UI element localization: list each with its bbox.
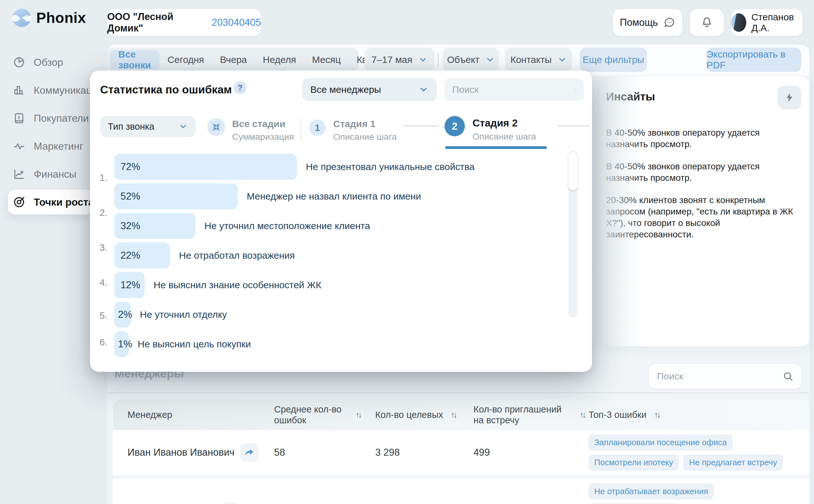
error-tag[interactable]: Не предлагает встречу [683, 454, 783, 471]
bar-value: 22% [120, 242, 140, 269]
error-tag[interactable]: Посмотрели ипотеку [589, 454, 679, 471]
bar[interactable]: 12% [114, 272, 145, 298]
bar-value: 32% [120, 213, 140, 239]
more-filters-label: Еще фильтры [583, 54, 644, 65]
bar[interactable]: 72% [114, 154, 297, 180]
filter-tab-yesterday[interactable]: Вчера [212, 48, 255, 72]
filter-tab-month[interactable]: Месяц [304, 48, 348, 72]
sort-icon[interactable]: ↑↓ [448, 409, 458, 421]
bar[interactable]: 52% [114, 183, 238, 209]
contacts-label: Контакты [510, 54, 552, 65]
chart-row: 2% Не уточнил отделку [90, 302, 592, 328]
help-label: Помощь [620, 17, 658, 28]
date-range-value: 7–17 мая [371, 54, 413, 65]
notifications-button[interactable] [690, 9, 724, 36]
insight-item: В 40-50% звонков оператору удается назна… [606, 161, 796, 184]
app-root: Phonix ООО "Лесной Домик" 203040405 Помо… [0, 0, 814, 504]
row-divider [113, 475, 810, 479]
insights-action-button[interactable] [778, 86, 801, 109]
bar-value: 2% [118, 302, 132, 328]
managers-section: Менеджеры Менеджер Среднее кол-во ошибок… [107, 354, 810, 504]
export-pdf-label: Экспортировать в PDF [707, 49, 801, 71]
bar-category: Не уточнил отделку [140, 302, 227, 328]
search-icon [782, 371, 794, 382]
bar-category: Не презентовал уникальные свойства [306, 154, 475, 180]
line-chart-icon [13, 168, 25, 180]
avg-errors-value: 58 [274, 447, 375, 458]
bar-category: Не отработал возражения [179, 242, 295, 269]
chat-bubble-icon [663, 16, 676, 29]
sidebar-item-label: Точки роста [34, 196, 94, 208]
chart-scrollbar[interactable] [569, 151, 578, 317]
chevron-down-icon [485, 55, 495, 65]
bar[interactable]: 1% [114, 331, 129, 357]
bar-category: Не выяснил знание особенностей ЖК [154, 272, 321, 298]
more-filters-button[interactable]: Еще фильтры [580, 48, 647, 72]
chart-row: 32% Не уточнил местоположение клиента [90, 213, 592, 239]
filter-tab-all-calls[interactable]: Все звонки [110, 50, 160, 69]
sidebar-item-label: Покупатели [34, 112, 89, 124]
object-dropdown[interactable]: Объект [443, 48, 499, 72]
managers-search[interactable] [649, 364, 801, 389]
brand: Phonix [12, 8, 86, 27]
pulse-icon [13, 140, 25, 153]
contacts-dropdown[interactable]: Контакты [505, 48, 572, 72]
divider [107, 392, 810, 393]
avatar [731, 13, 746, 32]
sort-icon[interactable]: ↑↓ [577, 409, 587, 421]
sort-icon[interactable]: ↑↓ [652, 409, 662, 421]
forward-arrow-icon [244, 447, 255, 458]
filter-tab-today[interactable]: Сегодня [160, 48, 212, 72]
share-button[interactable] [222, 502, 240, 504]
bar-category: Не выяснил цель покупки [138, 331, 251, 357]
divider [438, 53, 439, 67]
help-button[interactable]: Помощь [613, 9, 682, 36]
share-button[interactable] [240, 443, 258, 462]
filter-tab-week[interactable]: Неделя [255, 48, 304, 72]
sidebar-item-label: Финансы [34, 168, 76, 180]
manager-name: Иван Иванов Иванович [127, 447, 234, 458]
column-header-avg-errors: Среднее кол-во ошибок [274, 404, 348, 426]
bar-chart-icon [13, 84, 25, 97]
insight-item: В 40-50% звонков оператору удается назна… [606, 127, 796, 150]
column-header-meeting-invites: Кол-во приглашений на встречу [474, 404, 572, 426]
column-header-manager: Менеджер [127, 410, 172, 420]
company-selector[interactable]: ООО "Лесной Домик" 203040405 [107, 9, 261, 36]
export-pdf-button[interactable]: Экспортировать в PDF [707, 48, 801, 72]
sort-icon[interactable]: ↑↓ [353, 409, 363, 421]
chart-row: 22% Не отработал возражения [90, 242, 592, 269]
target-icon [13, 196, 25, 208]
insights-title: Инсайты [606, 86, 655, 103]
table-header-row: Менеджер Среднее кол-во ошибок ↑↓ Кол-во… [113, 399, 810, 430]
bar[interactable]: 22% [114, 242, 170, 269]
sidebar-item-label: Обзор [34, 57, 63, 68]
sidebar-item-growth-points[interactable]: Точки роста [8, 190, 93, 215]
date-range-dropdown[interactable]: 7–17 мая [365, 48, 435, 72]
target-calls-value: 3 298 [375, 447, 474, 458]
period-segmented-control: Все звонки Сегодня Вчера Неделя Месяц Кв… [107, 48, 359, 72]
errors-bar-chart: 1. 2. 3. 4. 5. 6. 72% Не презентовал уни… [90, 71, 592, 372]
bar-value: 72% [120, 154, 140, 180]
user-name: Степанов Д.А. [751, 12, 803, 33]
error-tag[interactable]: Запланировали посещение офиса [589, 434, 733, 451]
chart-scrollbar-thumb[interactable] [569, 152, 578, 190]
bar-category: Не уточнил местоположение клиента [204, 213, 370, 239]
bell-icon [700, 16, 714, 29]
bar[interactable]: 32% [114, 213, 195, 239]
object-label: Объект [447, 54, 480, 65]
column-header-target-calls: Кол-во целевых [375, 410, 443, 420]
company-name: ООО "Лесной Домик" [107, 11, 205, 34]
chart-row: 1% Не выяснил цель покупки [90, 331, 592, 357]
chevron-down-icon [418, 55, 428, 65]
header-actions: Помощь Степанов Д.А. [613, 9, 803, 36]
profile-button[interactable]: Степанов Д.А. [731, 9, 803, 36]
chart-row: 12% Не выяснил знание особенностей ЖК [90, 272, 592, 298]
insights-panel: Инсайты В 40-50% звонков оператору удает… [597, 76, 810, 346]
sidebar-item-label: Маркетинг [34, 140, 83, 152]
managers-search-input[interactable] [657, 371, 782, 382]
error-tag[interactable]: Не отрабатывает возражения [589, 483, 714, 500]
bar[interactable]: 2% [114, 302, 131, 328]
insight-item: 20-30% клиентов звонят с конкретным запр… [606, 194, 796, 240]
chart-row: 72% Не презентовал уникальные свойства [90, 154, 592, 180]
chart-row: 52% Менеджер не назвал клиента по имени [90, 183, 592, 209]
